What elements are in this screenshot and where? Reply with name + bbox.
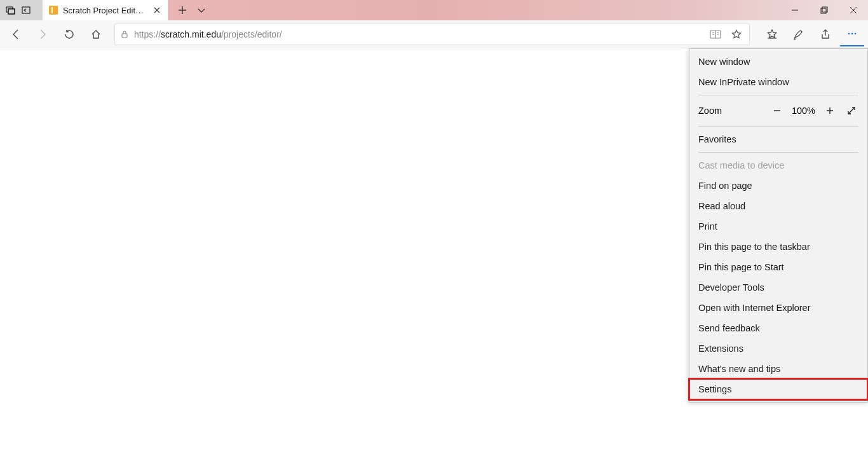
tab-menu-chevron-icon[interactable] [196, 5, 207, 15]
title-bar: Scratch Project Editor - [0, 0, 868, 20]
forward-button[interactable] [31, 22, 55, 46]
zoom-out-button[interactable] [770, 104, 784, 118]
more-menu: New window New InPrivate window Zoom 100… [689, 48, 868, 403]
menu-label: Settings [698, 384, 731, 394]
url-domain: scratch.mit.edu [161, 29, 221, 39]
menu-find[interactable]: Find on page [689, 176, 867, 196]
toolbar-right [756, 22, 864, 46]
menu-label: Send feedback [698, 323, 760, 333]
menu-read-aloud[interactable]: Read aloud [689, 196, 867, 216]
svg-rect-6 [122, 34, 127, 38]
page-content: New window New InPrivate window Zoom 100… [0, 48, 868, 463]
tab-preview-controls [0, 0, 43, 20]
lock-icon [120, 30, 129, 39]
close-window-button[interactable] [839, 0, 868, 20]
svg-point-10 [855, 32, 857, 34]
menu-extensions[interactable]: Extensions [689, 338, 867, 359]
tab-close-button[interactable] [153, 6, 161, 15]
menu-pin-start[interactable]: Pin this page to Start [689, 257, 867, 277]
tab-overview-icon[interactable] [5, 4, 17, 16]
more-menu-button[interactable] [840, 22, 864, 46]
zoom-value: 100% [792, 106, 815, 116]
menu-open-ie[interactable]: Open with Internet Explorer [689, 298, 867, 318]
zoom-label: Zoom [698, 106, 763, 116]
notes-button[interactable] [787, 22, 811, 46]
address-text: https://scratch.mit.edu/projects/editor/ [134, 29, 702, 39]
menu-favorites[interactable]: Favorites [689, 129, 867, 149]
svg-point-8 [848, 32, 850, 34]
titlebar-drag-region [207, 0, 780, 20]
window-controls [780, 0, 868, 20]
browser-tab[interactable]: Scratch Project Editor - [43, 0, 168, 20]
menu-separator [698, 126, 858, 127]
menu-pin-taskbar[interactable]: Pin this page to the taskbar [689, 237, 867, 257]
maximize-button[interactable] [810, 0, 839, 20]
menu-print[interactable]: Print [689, 216, 867, 237]
menu-whatsnew[interactable]: What's new and tips [689, 359, 867, 379]
menu-label: Extensions [698, 343, 743, 354]
menu-label: Pin this page to the taskbar [698, 242, 810, 252]
menu-label: Open with Internet Explorer [698, 303, 811, 313]
menu-devtools[interactable]: Developer Tools [689, 277, 867, 298]
menu-separator [698, 152, 858, 153]
menu-settings[interactable]: Settings [689, 379, 867, 399]
reading-view-icon[interactable] [707, 30, 724, 39]
menu-feedback[interactable]: Send feedback [689, 318, 867, 338]
menu-cast: Cast media to device [689, 155, 867, 176]
menu-new-inprivate[interactable]: New InPrivate window [689, 72, 867, 92]
menu-label: Read aloud [698, 201, 745, 211]
fullscreen-button[interactable] [844, 104, 858, 118]
menu-label: Cast media to device [698, 160, 784, 170]
svg-rect-4 [821, 8, 826, 13]
share-button[interactable] [813, 22, 837, 46]
svg-rect-1 [8, 9, 15, 14]
zoom-in-button[interactable] [823, 104, 837, 118]
new-tab-button[interactable] [177, 5, 187, 15]
menu-label: Print [698, 221, 717, 232]
favorite-star-icon[interactable] [729, 29, 744, 39]
menu-label: Developer Tools [698, 282, 764, 293]
back-button[interactable] [4, 22, 28, 46]
menu-label: Find on page [698, 181, 752, 191]
tab-bar-actions [168, 0, 207, 20]
svg-rect-5 [822, 7, 827, 12]
url-path: /projects/editor/ [221, 29, 282, 39]
svg-rect-3 [22, 7, 30, 13]
menu-separator [698, 95, 858, 95]
menu-label: Favorites [698, 134, 736, 144]
tab-favicon-icon [49, 6, 58, 15]
menu-label: Pin this page to Start [698, 262, 784, 272]
refresh-button[interactable] [57, 22, 81, 46]
menu-label: New window [698, 57, 750, 67]
minimize-button[interactable] [780, 0, 810, 20]
address-bar[interactable]: https://scratch.mit.edu/projects/editor/ [114, 24, 750, 45]
svg-point-9 [851, 32, 853, 34]
navigation-bar: https://scratch.mit.edu/projects/editor/ [0, 20, 868, 48]
menu-label: New InPrivate window [698, 77, 789, 87]
tab-aside-icon[interactable] [20, 4, 32, 16]
favorites-hub-button[interactable] [760, 22, 784, 46]
menu-zoom-row: Zoom 100% [689, 98, 867, 123]
url-scheme: https:// [134, 29, 161, 39]
menu-new-window[interactable]: New window [689, 52, 867, 72]
menu-label: What's new and tips [698, 364, 780, 374]
tab-title: Scratch Project Editor - [63, 6, 147, 15]
home-button[interactable] [84, 22, 108, 46]
